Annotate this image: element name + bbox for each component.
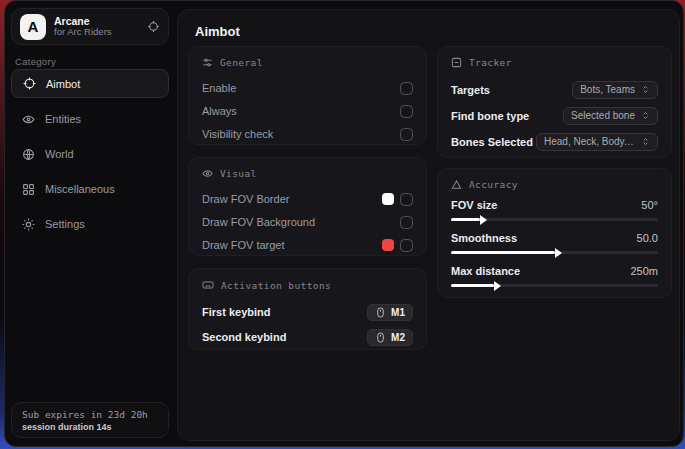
card-title: Visual bbox=[220, 168, 257, 179]
targets-dropdown[interactable]: Bots, Teams bbox=[572, 81, 658, 99]
sidebar-item-label: Settings bbox=[45, 218, 85, 230]
slider-thumb[interactable] bbox=[480, 215, 487, 225]
fov-target-color-swatch[interactable] bbox=[382, 239, 394, 251]
globe-icon bbox=[21, 148, 35, 161]
setting-row: Draw FOV Background bbox=[202, 211, 413, 233]
sliders-icon bbox=[202, 57, 213, 68]
keyboard-icon bbox=[202, 279, 214, 291]
slider-row: Max distance 250m bbox=[451, 265, 658, 287]
draw-fov-border-checkbox[interactable] bbox=[400, 193, 413, 206]
setting-row: Visibility check bbox=[202, 123, 413, 145]
setting-row: Enable bbox=[202, 77, 413, 99]
fov-size-value: 50° bbox=[641, 199, 658, 211]
second-keybind-button[interactable]: M2 bbox=[367, 329, 413, 346]
setting-row: Draw FOV Border bbox=[202, 188, 413, 210]
entities-icon bbox=[21, 113, 35, 126]
setting-row: Second keybind M2 bbox=[202, 325, 413, 349]
sidebar-nav: Aimbot Entities World bbox=[11, 69, 169, 245]
slider-thumb[interactable] bbox=[494, 281, 501, 291]
eye-icon bbox=[202, 168, 213, 179]
activation-card: Activation buttons First keybind M1 Seco… bbox=[188, 268, 427, 350]
sidebar-item-aimbot[interactable]: Aimbot bbox=[11, 69, 169, 98]
find-bone-type-dropdown[interactable]: Selected bone bbox=[563, 107, 658, 125]
fov-border-color-swatch[interactable] bbox=[382, 193, 394, 205]
slider-row: FOV size 50° bbox=[451, 199, 658, 221]
visual-card: Visual Draw FOV Border Draw FOV Backgrou… bbox=[188, 157, 427, 256]
sidebar-item-world[interactable]: World bbox=[11, 140, 169, 168]
sub-expiry-text: Sub expires in 23d 20h bbox=[22, 409, 158, 420]
brand-header[interactable]: A Arcane for Arc Riders bbox=[11, 8, 169, 45]
smoothness-slider[interactable] bbox=[451, 251, 658, 254]
smoothness-value: 50.0 bbox=[637, 232, 658, 244]
app-logo: A bbox=[20, 14, 46, 40]
sidebar-item-label: Miscellaneous bbox=[45, 183, 115, 195]
mouse-icon bbox=[375, 307, 386, 318]
sidebar-item-entities[interactable]: Entities bbox=[11, 105, 169, 133]
draw-fov-background-checkbox[interactable] bbox=[400, 216, 413, 229]
grid-icon bbox=[21, 183, 35, 196]
accuracy-card: Accuracy FOV size 50° Smoothness 50.0 bbox=[437, 168, 672, 298]
scope-icon[interactable] bbox=[147, 20, 160, 33]
chevron-up-down-icon bbox=[641, 85, 650, 94]
slider-row: Smoothness 50.0 bbox=[451, 232, 658, 254]
crosshair-icon bbox=[22, 77, 36, 90]
max-distance-value: 250m bbox=[630, 265, 658, 277]
setting-row: Bones Selected Head, Neck, Body, Fe... bbox=[451, 129, 658, 154]
card-title: Accuracy bbox=[469, 179, 518, 190]
gear-icon bbox=[21, 218, 35, 231]
sidebar-item-label: Aimbot bbox=[46, 78, 80, 90]
visibility-check-checkbox[interactable] bbox=[400, 128, 413, 141]
subscription-info: Sub expires in 23d 20h session duration … bbox=[11, 402, 169, 438]
setting-row: Always bbox=[202, 100, 413, 122]
mouse-icon bbox=[375, 332, 386, 343]
app-window: A Arcane for Arc Riders Category Aimbot bbox=[4, 0, 684, 447]
page-title: Aimbot bbox=[195, 24, 240, 39]
setting-row: First keybind M1 bbox=[202, 300, 413, 324]
session-duration-text: session duration 14s bbox=[22, 422, 158, 432]
card-title: General bbox=[220, 57, 263, 68]
general-card: General Enable Always Visibility check bbox=[188, 46, 427, 145]
card-title: Tracker bbox=[469, 57, 512, 68]
sidebar-item-settings[interactable]: Settings bbox=[11, 210, 169, 238]
triangle-icon bbox=[451, 179, 462, 190]
bones-selected-dropdown[interactable]: Head, Neck, Body, Fe... bbox=[536, 133, 658, 151]
draw-fov-target-checkbox[interactable] bbox=[400, 239, 413, 252]
setting-row: Draw FOV target bbox=[202, 234, 413, 256]
app-subtitle: for Arc Riders bbox=[54, 27, 139, 38]
sidebar-item-miscellaneous[interactable]: Miscellaneous bbox=[11, 175, 169, 203]
desktop-background: A Arcane for Arc Riders Category Aimbot bbox=[0, 0, 685, 449]
category-label: Category bbox=[15, 56, 56, 67]
tracker-card: Tracker Targets Bots, Teams Find bone ty… bbox=[437, 46, 672, 158]
fov-size-slider[interactable] bbox=[451, 218, 658, 221]
sidebar: A Arcane for Arc Riders Category Aimbot bbox=[5, 1, 176, 446]
target-box-icon bbox=[451, 57, 462, 68]
main-panel: Aimbot General Enable Always bbox=[177, 9, 680, 441]
always-checkbox[interactable] bbox=[400, 105, 413, 118]
chevron-up-down-icon bbox=[641, 137, 650, 146]
sidebar-item-label: World bbox=[45, 148, 74, 160]
setting-row: Targets Bots, Teams bbox=[451, 77, 658, 102]
first-keybind-button[interactable]: M1 bbox=[367, 304, 413, 321]
slider-thumb[interactable] bbox=[555, 248, 562, 258]
enable-checkbox[interactable] bbox=[400, 82, 413, 95]
setting-row: Find bone type Selected bone bbox=[451, 103, 658, 128]
card-title: Activation buttons bbox=[221, 280, 331, 291]
max-distance-slider[interactable] bbox=[451, 284, 658, 287]
sidebar-item-label: Entities bbox=[45, 113, 81, 125]
chevron-up-down-icon bbox=[641, 111, 650, 120]
